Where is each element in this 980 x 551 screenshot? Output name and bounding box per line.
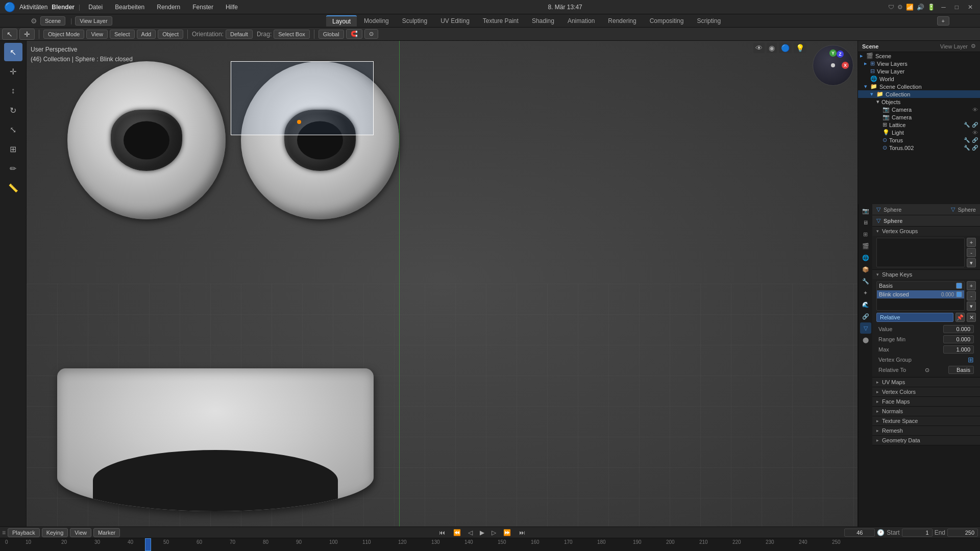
- uv-maps-header[interactable]: ▸ UV Maps: [872, 378, 980, 387]
- next-frame-btn[interactable]: ▷: [489, 528, 498, 537]
- props-output-icon[interactable]: 🖥: [860, 217, 871, 228]
- annotate-btn[interactable]: ✏: [4, 159, 22, 178]
- minimize-btn[interactable]: ─: [938, 3, 949, 12]
- props-physics-icon[interactable]: 🌊: [860, 299, 871, 310]
- tab-sculpting[interactable]: Sculpting: [396, 16, 433, 26]
- props-particles-icon[interactable]: ✦: [860, 287, 871, 298]
- playback-btn[interactable]: Playback: [8, 528, 40, 537]
- scale-btn[interactable]: ⤡: [4, 120, 22, 139]
- props-view-layer-icon[interactable]: ⊞: [860, 229, 871, 240]
- tab-rendering[interactable]: Rendering: [602, 16, 642, 26]
- close-btn[interactable]: ✕: [965, 3, 976, 12]
- cursor-btn[interactable]: ✛: [4, 62, 22, 81]
- viewport-material-icon[interactable]: 🔵: [779, 43, 792, 53]
- navigation-gizmo[interactable]: X Y Z: [813, 45, 853, 86]
- object-mode-selector[interactable]: Object Mode: [43, 30, 84, 39]
- remesh-header[interactable]: ▸ Remesh: [872, 426, 980, 435]
- prev-keyframe-btn[interactable]: ⏪: [450, 528, 464, 537]
- snap-btn[interactable]: 🧲: [346, 29, 362, 39]
- gizmo-x-axis[interactable]: X: [842, 62, 849, 69]
- outliner-item-scene[interactable]: ▸ 🎬 Scene: [858, 52, 980, 60]
- sk-more-btn[interactable]: ▾: [967, 302, 976, 311]
- geometry-data-header[interactable]: ▸ Geometry Data: [872, 436, 980, 445]
- menu-window[interactable]: Fenster: [188, 3, 217, 12]
- outliner-item-collection[interactable]: ▾ 📁 Collection: [858, 90, 980, 98]
- view-layer-selector[interactable]: View Layer: [75, 16, 112, 26]
- light-vis-icon[interactable]: 👁: [972, 130, 978, 136]
- sk-basis-checkbox[interactable]: [956, 283, 962, 289]
- filter-icon[interactable]: ⚙: [971, 43, 976, 49]
- end-value[interactable]: 250: [947, 529, 978, 537]
- maximize-btn[interactable]: □: [952, 3, 962, 12]
- outliner-item-lattice[interactable]: ⊞ Lattice 🔧 🔗: [858, 121, 980, 129]
- remove-sk-btn[interactable]: -: [967, 291, 976, 300]
- props-world-icon[interactable]: 🌐: [860, 252, 871, 263]
- view-menu-btn[interactable]: View: [86, 30, 108, 39]
- timeline-ruler[interactable]: 0 10 20 30 40 50 60 70 80 90 100 110 120…: [0, 538, 980, 551]
- 3d-viewport[interactable]: User Perspective (46) Collection | Spher…: [27, 41, 857, 527]
- shape-keys-header[interactable]: ▾ Shape Keys: [872, 270, 980, 279]
- timeline-handle-icon[interactable]: ≡: [2, 529, 6, 536]
- shape-key-blink[interactable]: Blink closed 0.000: [877, 290, 964, 299]
- gizmo-y-axis[interactable]: Y: [829, 49, 837, 57]
- remove-vg-btn[interactable]: -: [967, 248, 976, 257]
- outliner-item-torus[interactable]: ⊙ Torus 🔧 🔗: [858, 136, 980, 144]
- outliner-item-objects[interactable]: ▾ Objects: [858, 98, 980, 106]
- sk-max-field[interactable]: 1.000: [943, 345, 974, 354]
- texture-space-header[interactable]: ▸ Texture Space: [872, 416, 980, 425]
- normals-header[interactable]: ▸ Normals: [872, 407, 980, 416]
- vg-more-btn[interactable]: ▾: [967, 258, 976, 267]
- app-logo-icon[interactable]: 🔵: [4, 2, 15, 13]
- viewport-shading-icon[interactable]: ◉: [767, 43, 777, 53]
- skip-end-btn[interactable]: ⏭: [516, 528, 528, 537]
- camera-vis-icon[interactable]: 👁: [972, 107, 978, 113]
- vertex-colors-header[interactable]: ▸ Vertex Colors: [872, 387, 980, 396]
- next-keyframe-btn[interactable]: ⏩: [500, 528, 514, 537]
- outliner-item-world[interactable]: 🌐 World: [858, 75, 980, 83]
- sk-relative-to-value[interactable]: Basis: [948, 366, 974, 374]
- sk-range-min-field[interactable]: 0.000: [943, 335, 974, 343]
- tab-animation[interactable]: Animation: [561, 16, 601, 26]
- rotate-btn[interactable]: ↻: [4, 101, 22, 119]
- tab-layout[interactable]: Layout: [326, 15, 357, 27]
- menu-edit[interactable]: Bearbeiten: [111, 3, 149, 12]
- measure-btn[interactable]: 📏: [4, 179, 22, 197]
- shape-key-basis[interactable]: Basis: [877, 282, 964, 290]
- outliner-item-camera2[interactable]: 📷 Camera: [858, 113, 980, 121]
- current-frame-field[interactable]: 46: [844, 529, 875, 537]
- prev-frame-btn[interactable]: ◁: [466, 528, 475, 537]
- relative-btn[interactable]: Relative: [876, 313, 953, 322]
- sk-pin-btn[interactable]: 📌: [955, 313, 965, 322]
- object-menu-btn[interactable]: Object: [158, 30, 183, 39]
- marker-btn[interactable]: Marker: [93, 528, 120, 537]
- skip-start-btn[interactable]: ⏮: [436, 528, 448, 537]
- props-material-icon[interactable]: ⬤: [860, 334, 871, 345]
- view-btn-timeline[interactable]: View: [70, 528, 91, 537]
- viewport-overlay-icon[interactable]: 👁: [753, 43, 765, 53]
- tab-scripting[interactable]: Scripting: [691, 16, 727, 26]
- add-workspace-btn[interactable]: +: [937, 16, 949, 26]
- outliner-item-torus002[interactable]: ⊙ Torus.002 🔧 🔗: [858, 144, 980, 152]
- sk-blink-checkbox[interactable]: [956, 291, 962, 297]
- tab-shading[interactable]: Shading: [526, 16, 560, 26]
- props-scene-icon[interactable]: 🎬: [860, 240, 871, 252]
- proportional-btn[interactable]: ⊙: [364, 29, 378, 39]
- props-modifier-icon[interactable]: 🔧: [860, 276, 871, 287]
- sk-x-btn[interactable]: ✕: [967, 313, 976, 322]
- face-maps-header[interactable]: ▸ Face Maps: [872, 397, 980, 406]
- move-btn[interactable]: ↕: [4, 82, 22, 100]
- cursor-tool-icon[interactable]: ↖: [2, 29, 17, 40]
- add-vg-btn[interactable]: +: [967, 238, 976, 247]
- tab-compositing[interactable]: Compositing: [644, 16, 690, 26]
- add-sk-btn[interactable]: +: [967, 281, 976, 290]
- keying-btn[interactable]: Keying: [42, 528, 68, 537]
- transform-btn[interactable]: ⊞: [4, 140, 22, 158]
- vertex-groups-header[interactable]: ▾ Vertex Groups: [872, 227, 980, 236]
- orientation-selector[interactable]: Default: [226, 30, 253, 39]
- tab-modeling[interactable]: Modeling: [358, 16, 395, 26]
- tab-texture-paint[interactable]: Texture Paint: [477, 16, 525, 26]
- app-name[interactable]: Aktivitäten: [19, 4, 47, 11]
- drag-selector[interactable]: Select Box: [274, 30, 310, 39]
- menu-help[interactable]: Hilfe: [222, 3, 242, 12]
- add-menu-btn[interactable]: Add: [137, 30, 156, 39]
